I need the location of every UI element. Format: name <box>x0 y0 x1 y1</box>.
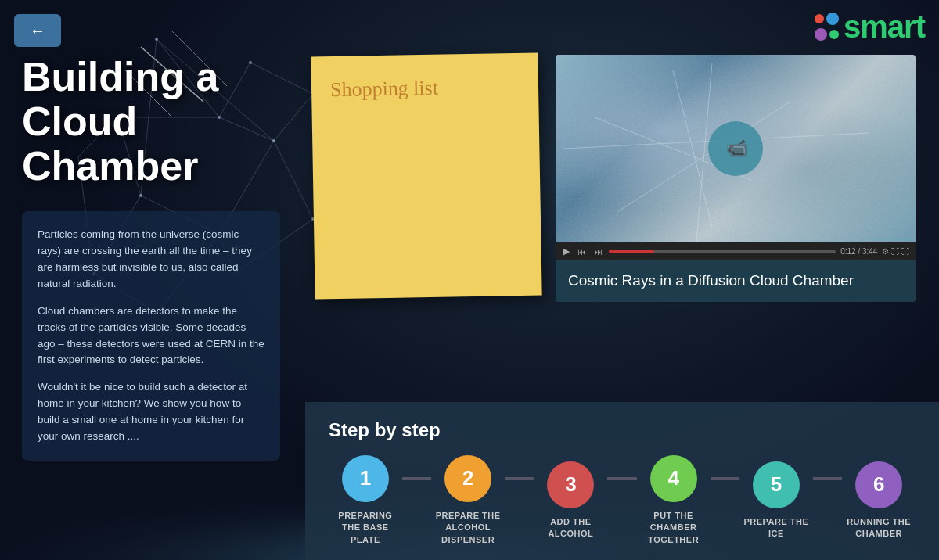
step-circle-5[interactable]: 5 <box>753 461 800 508</box>
video-controls-bar: ▶ ⏮ ⏭ 0:12 / 3:44 ⚙ ⛶ ⛶ <box>556 242 916 260</box>
steps-section: Step by step 1PREPARING THE BASE PLATE2P… <box>305 402 939 560</box>
logo-text: smart <box>844 9 925 45</box>
step-connector-5 <box>813 477 843 480</box>
step-circle-2[interactable]: 2 <box>444 455 491 502</box>
step-label-1: PREPARING THE BASE PLATE <box>329 510 402 546</box>
description-para2: Cloud chambers are detectors to make the… <box>38 303 264 369</box>
step-label-2: PREPARE THE ALCOHOL DISPENSER <box>431 510 505 546</box>
video-prev-btn[interactable]: ⏮ <box>576 247 588 257</box>
step-circle-1[interactable]: 1 <box>342 455 389 502</box>
step-node-6[interactable]: 6RUNNING THE CHAMBER <box>842 461 916 540</box>
step-node-1[interactable]: 1PREPARING THE BASE PLATE <box>329 455 402 546</box>
step-label-4: PUT THE CHAMBER TOGETHER <box>637 510 711 546</box>
step-connector-1 <box>402 477 432 480</box>
step-circle-4[interactable]: 4 <box>650 455 697 502</box>
step-node-2[interactable]: 2PREPARE THE ALCOHOL DISPENSER <box>431 455 505 546</box>
video-progress-bar[interactable] <box>609 250 836 253</box>
step-connector-3 <box>607 477 637 480</box>
video-progress-fill <box>609 250 654 253</box>
back-button[interactable]: ← <box>14 14 61 47</box>
video-play-btn[interactable]: ▶ <box>562 246 571 257</box>
steps-container: 1PREPARING THE BASE PLATE2PREPARE THE AL… <box>329 455 916 546</box>
shopping-note-title: Shopping list <box>330 75 520 102</box>
smart-logo: smart <box>815 9 925 45</box>
step-circle-3[interactable]: 3 <box>547 461 594 508</box>
back-arrow-icon: ← <box>30 22 45 40</box>
step-label-3: ADD THE ALCOHOL <box>534 516 608 540</box>
description-para3: Wouldn't it be nice to build such a dete… <box>38 379 264 445</box>
step-label-6: RUNNING THE CHAMBER <box>842 516 916 540</box>
step-node-4[interactable]: 4PUT THE CHAMBER TOGETHER <box>637 455 711 546</box>
step-circle-6[interactable]: 6 <box>855 461 902 508</box>
video-settings-icon[interactable]: ⚙ ⛶ ⛶ <box>882 247 909 256</box>
steps-label: Step by step <box>329 419 916 441</box>
video-panel: 📹 ▶ ⏮ ⏭ 0:12 / 3:44 ⚙ ⛶ ⛶ Cosmic Rays in… <box>556 55 916 302</box>
step-connector-4 <box>711 477 740 480</box>
play-button[interactable]: 📹 <box>708 121 763 176</box>
step-label-5: PREPARE THE ICE <box>739 516 813 540</box>
logo-dot-red <box>815 14 824 23</box>
logo-dot-green <box>829 30 839 39</box>
main-content: ← smart Building a Cloud Chamber Particl… <box>0 0 939 560</box>
video-time: 0:12 / 3:44 <box>840 247 877 256</box>
video-info: Cosmic Rays in a Diffusion Cloud Chamber <box>556 260 916 302</box>
play-icon: 📹 <box>726 138 747 159</box>
logo-dots <box>815 14 839 41</box>
shopping-note: Shopping list <box>311 52 541 299</box>
step-node-3[interactable]: 3ADD THE ALCOHOL <box>534 461 608 540</box>
page-title: Building a Cloud Chamber <box>22 55 218 189</box>
step-connector-2 <box>505 477 534 480</box>
description-panel: Particles coming from the universe (cosm… <box>22 211 280 461</box>
video-next-btn[interactable]: ⏭ <box>592 247 604 257</box>
description-para1: Particles coming from the universe (cosm… <box>38 227 264 293</box>
video-title: Cosmic Rays in a Diffusion Cloud Chamber <box>568 271 903 291</box>
step-node-5[interactable]: 5PREPARE THE ICE <box>739 461 813 540</box>
logo-dot-blue <box>826 13 839 25</box>
video-thumbnail: 📹 <box>556 55 916 242</box>
logo-dot-purple <box>815 28 827 41</box>
